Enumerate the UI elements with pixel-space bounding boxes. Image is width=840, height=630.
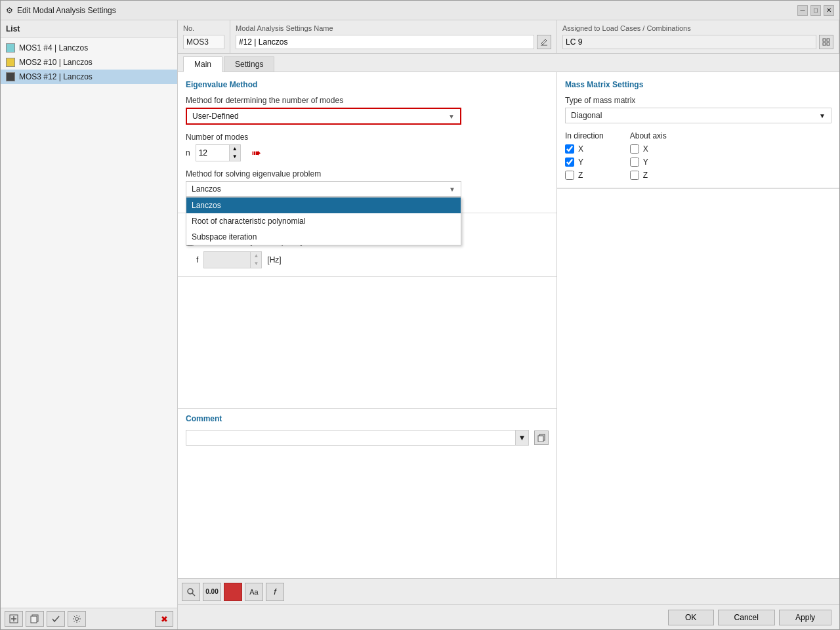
svg-rect-9 <box>823 43 826 45</box>
window-icon: ⚙ <box>6 6 13 15</box>
ok-button[interactable]: OK <box>668 610 714 625</box>
freq-row: f ▲ ▼ [Hz] <box>196 251 549 268</box>
copy-button[interactable] <box>26 611 44 627</box>
freq-input[interactable] <box>204 254 250 266</box>
mass-type-dropdown[interactable]: Diagonal ▼ <box>565 108 831 123</box>
eigenvalue-option-root[interactable]: Root of characteristic polynomial <box>186 213 461 229</box>
method-dropdown[interactable]: User-Defined ▼ <box>186 108 461 125</box>
cancel-button[interactable]: Cancel <box>718 610 775 625</box>
axis-x-label: X <box>643 144 648 154</box>
direction-z-row: Z <box>565 171 604 180</box>
about-axis-label: About axis <box>630 131 667 140</box>
name-input[interactable] <box>236 35 534 49</box>
color-indicator <box>6 58 15 67</box>
settings-button[interactable] <box>68 611 86 627</box>
mass-matrix-title: Mass Matrix Settings <box>565 80 831 89</box>
apply-button[interactable]: Apply <box>779 610 831 625</box>
no-label: No. <box>183 24 224 32</box>
mass-type-value: Diagonal <box>571 111 602 120</box>
direction-y-checkbox[interactable] <box>565 158 574 167</box>
direction-y-label: Y <box>578 158 583 167</box>
search-button[interactable] <box>182 583 200 601</box>
color-indicator <box>6 43 15 52</box>
list-item[interactable]: MOS1 #4 | Lanczos <box>1 41 177 55</box>
comment-copy-button[interactable] <box>534 430 549 445</box>
method-field-group: Method for determining the number of mod… <box>186 96 549 125</box>
modes-increment-button[interactable]: ▲ <box>230 145 240 153</box>
number-format-button[interactable]: 0.00 <box>203 583 221 601</box>
add-button[interactable] <box>5 611 23 627</box>
eigenvalue-title: Eigenvalue Method <box>186 80 549 89</box>
freq-spinbox: ▲ ▼ <box>203 251 262 268</box>
svg-rect-7 <box>823 39 826 41</box>
method-dropdown-arrow: ▼ <box>448 113 455 120</box>
modes-label: Number of modes <box>186 133 549 142</box>
name-input-row <box>236 35 551 49</box>
assigned-grid-button[interactable] <box>819 35 833 49</box>
comment-row: ▼ <box>186 430 549 446</box>
name-cell: Modal Analysis Settings Name <box>230 20 557 53</box>
assigned-cell: Assigned to Load Cases / Combinations <box>557 20 839 53</box>
list-item-label: MOS3 #12 | Lanczos <box>19 72 93 81</box>
comment-input[interactable] <box>186 431 515 444</box>
axis-x-checkbox[interactable] <box>630 144 639 154</box>
eigenvalue-section: Eigenvalue Method Method for determining… <box>178 72 556 213</box>
list-item[interactable]: MOS2 #10 | Lanczos <box>1 55 177 70</box>
assigned-input[interactable] <box>562 35 816 49</box>
direction-x-row: X <box>565 144 604 154</box>
modes-spinbox: ▲ ▼ <box>196 144 241 161</box>
eigenvalue-dropdown[interactable]: Lanczos ▼ <box>186 181 461 197</box>
list-header: List <box>1 20 177 38</box>
top-row: No. MOS3 Modal Analysis Settings Name As… <box>178 20 839 54</box>
maximize-button[interactable]: □ <box>810 5 821 16</box>
content-area: Eigenvalue Method Method for determining… <box>178 72 839 578</box>
list-item-selected[interactable]: MOS3 #12 | Lanczos <box>1 70 177 84</box>
no-cell: No. MOS3 <box>178 20 230 53</box>
freq-decrement-button[interactable]: ▼ <box>251 260 261 268</box>
comment-section: Comment ▼ <box>178 408 556 451</box>
modes-decrement-button[interactable]: ▼ <box>230 153 240 161</box>
eigenvalue-option-lanczos[interactable]: Lanczos <box>186 198 461 213</box>
axis-z-row: Z <box>630 171 667 180</box>
axis-y-checkbox[interactable] <box>630 158 639 167</box>
in-direction-col: In direction X Y <box>565 131 604 180</box>
close-button[interactable]: ✕ <box>824 5 834 16</box>
formula-button[interactable]: f <box>266 583 284 601</box>
svg-rect-8 <box>827 39 830 41</box>
color-indicator <box>6 72 15 81</box>
left-panel: List MOS1 #4 | Lanczos MOS2 #10 | Lanczo… <box>1 20 178 629</box>
spinbox-btns: ▲ ▼ <box>229 145 240 161</box>
axis-z-checkbox[interactable] <box>630 171 639 180</box>
list-items: MOS1 #4 | Lanczos MOS2 #10 | Lanczos MOS… <box>1 38 177 608</box>
mass-matrix-section: Mass Matrix Settings Type of mass matrix… <box>557 72 839 188</box>
comment-input-container: ▼ <box>186 430 529 446</box>
main-settings-panel: Eigenvalue Method Method for determining… <box>178 72 557 578</box>
text-format-button[interactable]: Aa <box>245 583 263 601</box>
tab-settings[interactable]: Settings <box>224 56 274 72</box>
list-item-label: MOS2 #10 | Lanczos <box>19 58 93 67</box>
assigned-label: Assigned to Load Cases / Combinations <box>562 24 833 32</box>
name-edit-button[interactable] <box>537 35 551 49</box>
eigenvalue-dropdown-value: Lanczos <box>192 184 221 194</box>
name-label: Modal Analysis Settings Name <box>236 24 551 32</box>
assigned-input-row <box>562 35 833 49</box>
eigenvalue-problem-field-group: Method for solving eigenvalue problem La… <box>186 169 549 197</box>
modes-input[interactable] <box>196 147 229 159</box>
titlebar-controls: ─ □ ✕ <box>797 5 834 16</box>
comment-dropdown-arrow[interactable]: ▼ <box>515 430 528 445</box>
freq-increment-button[interactable]: ▲ <box>251 252 261 260</box>
eigenvalue-option-subspace[interactable]: Subspace iteration <box>186 229 461 245</box>
no-value: MOS3 <box>183 35 224 49</box>
direction-x-label: X <box>578 144 583 154</box>
direction-axis-group: In direction X Y <box>565 131 831 180</box>
tab-main[interactable]: Main <box>183 56 222 72</box>
direction-x-checkbox[interactable] <box>565 144 574 154</box>
about-axis-col: About axis X Y <box>630 131 667 180</box>
direction-z-label: Z <box>578 171 583 180</box>
minimize-button[interactable]: ─ <box>797 5 808 16</box>
color-button[interactable] <box>224 583 242 601</box>
arrow-annotation: ➠ <box>251 146 261 160</box>
direction-z-checkbox[interactable] <box>565 171 574 180</box>
validate-button[interactable] <box>47 611 65 627</box>
delete-button[interactable]: ✖ <box>155 611 173 627</box>
